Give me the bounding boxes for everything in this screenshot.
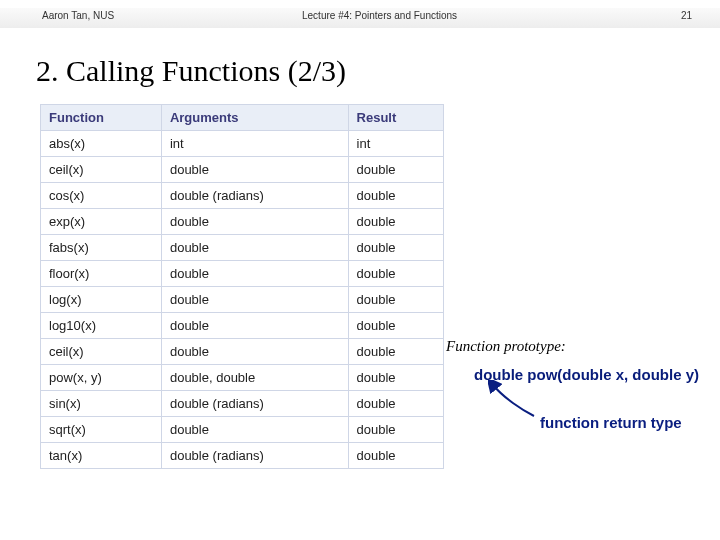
cell-res: double [348, 287, 443, 313]
cell-func: floor(x) [41, 261, 162, 287]
cell-args: double [161, 313, 348, 339]
top-bar: Aaron Tan, NUS Lecture #4: Pointers and … [0, 8, 720, 28]
cell-func: ceil(x) [41, 339, 162, 365]
table-row: sin(x)double (radians)double [41, 391, 444, 417]
cell-args: double, double [161, 365, 348, 391]
cell-args: double [161, 417, 348, 443]
lecture-title: Lecture #4: Pointers and Functions [302, 10, 457, 21]
cell-func: log(x) [41, 287, 162, 313]
cell-func: ceil(x) [41, 157, 162, 183]
cell-res: double [348, 417, 443, 443]
cell-args: double [161, 339, 348, 365]
table-row: log10(x)doubledouble [41, 313, 444, 339]
table-row: exp(x)doubledouble [41, 209, 444, 235]
table-row: ceil(x)doubledouble [41, 157, 444, 183]
cell-args: double (radians) [161, 183, 348, 209]
cell-func: cos(x) [41, 183, 162, 209]
cell-func: pow(x, y) [41, 365, 162, 391]
table-row: sqrt(x)doubledouble [41, 417, 444, 443]
cell-func: sin(x) [41, 391, 162, 417]
cell-func: abs(x) [41, 131, 162, 157]
table-row: abs(x)intint [41, 131, 444, 157]
cell-args: double [161, 235, 348, 261]
arrow-icon [488, 380, 538, 420]
table-row: log(x)doubledouble [41, 287, 444, 313]
functions-table: Function Arguments Result abs(x)intint c… [40, 104, 444, 469]
col-arguments: Arguments [161, 105, 348, 131]
cell-args: int [161, 131, 348, 157]
prototype-caption: Function prototype: [446, 338, 566, 355]
cell-args: double [161, 157, 348, 183]
slide-root: Aaron Tan, NUS Lecture #4: Pointers and … [0, 0, 720, 540]
cell-func: log10(x) [41, 313, 162, 339]
cell-res: double [348, 235, 443, 261]
page-number: 21 [681, 10, 692, 21]
col-function: Function [41, 105, 162, 131]
prototype-code: double pow(double x, double y) [474, 366, 699, 383]
cell-res: double [348, 339, 443, 365]
table-row: fabs(x)doubledouble [41, 235, 444, 261]
cell-res: double [348, 261, 443, 287]
table-row: pow(x, y)double, doubledouble [41, 365, 444, 391]
table-row: floor(x)doubledouble [41, 261, 444, 287]
cell-func: fabs(x) [41, 235, 162, 261]
table-header-row: Function Arguments Result [41, 105, 444, 131]
cell-args: double (radians) [161, 391, 348, 417]
cell-res: double [348, 443, 443, 469]
cell-func: exp(x) [41, 209, 162, 235]
cell-args: double (radians) [161, 443, 348, 469]
cell-res: double [348, 209, 443, 235]
cell-res: double [348, 183, 443, 209]
cell-res: double [348, 365, 443, 391]
cell-res: double [348, 313, 443, 339]
cell-res: int [348, 131, 443, 157]
cell-args: double [161, 209, 348, 235]
cell-args: double [161, 287, 348, 313]
cell-func: tan(x) [41, 443, 162, 469]
cell-res: double [348, 157, 443, 183]
cell-func: sqrt(x) [41, 417, 162, 443]
cell-res: double [348, 391, 443, 417]
cell-args: double [161, 261, 348, 287]
table-row: ceil(x)doubledouble [41, 339, 444, 365]
table-row: cos(x)double (radians)double [41, 183, 444, 209]
table-row: tan(x)double (radians)double [41, 443, 444, 469]
author-label: Aaron Tan, NUS [42, 10, 114, 21]
col-result: Result [348, 105, 443, 131]
return-type-label: function return type [540, 414, 682, 431]
page-title: 2. Calling Functions (2/3) [36, 54, 346, 88]
